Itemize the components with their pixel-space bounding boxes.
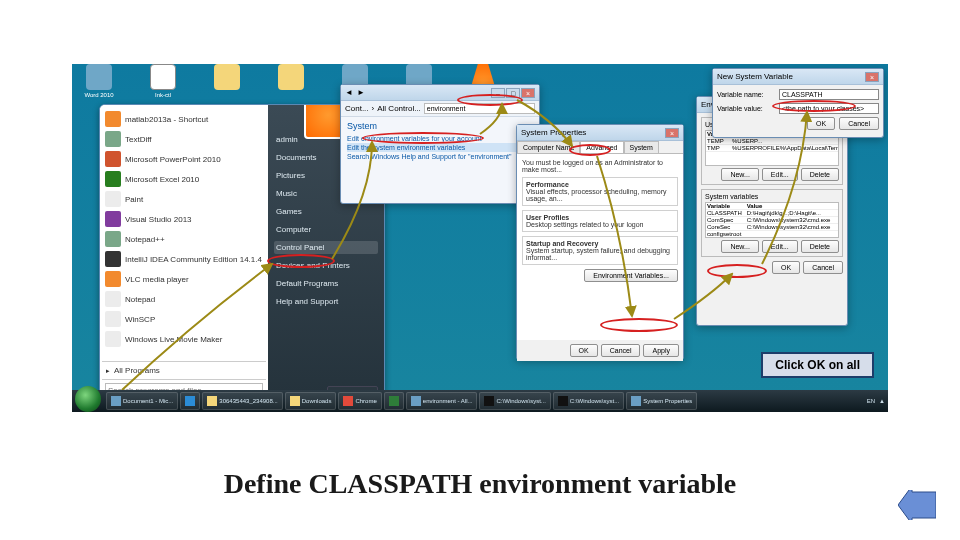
- task-label: System Properties: [643, 398, 692, 404]
- profiles-group: User Profiles Desktop settings related t…: [522, 210, 678, 232]
- start-item-label: Microsoft Excel 2010: [125, 175, 199, 184]
- new-button[interactable]: New...: [721, 168, 758, 181]
- task-button[interactable]: [180, 392, 200, 410]
- start-right-item[interactable]: Games: [274, 205, 378, 218]
- lang-indicator[interactable]: EN: [867, 398, 875, 404]
- task-label: environment - All...: [423, 398, 473, 404]
- start-item[interactable]: Microsoft PowerPoint 2010: [102, 149, 266, 169]
- desktop-icon[interactable]: Word 2010: [76, 64, 122, 98]
- close-icon[interactable]: ×: [865, 72, 879, 82]
- highlight-advanced-tab: [569, 144, 611, 156]
- task-button[interactable]: Downloads: [285, 392, 337, 410]
- ok-button[interactable]: OK: [807, 117, 835, 130]
- start-item[interactable]: WinSCP: [102, 309, 266, 329]
- svg-marker-0: [898, 490, 936, 520]
- system-tray[interactable]: EN▲: [867, 398, 885, 404]
- start-item-label: Microsoft PowerPoint 2010: [125, 155, 221, 164]
- table-row[interactable]: ComSpecC:\Windows\system32\cmd.exe: [706, 217, 838, 224]
- task-label: Document1 - Mic...: [123, 398, 173, 404]
- slide-caption: Define CLASSPATH environment variable: [0, 468, 960, 500]
- previous-slide-icon[interactable]: [898, 490, 936, 520]
- cancel-button[interactable]: Cancel: [803, 261, 843, 274]
- task-button[interactable]: Document1 - Mic...: [106, 392, 178, 410]
- close-icon[interactable]: ×: [521, 88, 535, 98]
- task-label: Downloads: [302, 398, 332, 404]
- task-button[interactable]: C:\Windows\syst...: [479, 392, 550, 410]
- desktop-screenshot: Word 2010 Ink-ctl Chrome recycler matlab…: [72, 64, 888, 412]
- highlight-env-link: [362, 132, 484, 144]
- task-button[interactable]: [384, 392, 404, 410]
- breadcrumb[interactable]: Cont...: [345, 104, 369, 113]
- start-item[interactable]: IntelliJ IDEA Community Edition 14.1.4: [102, 249, 266, 269]
- tab-system[interactable]: System: [624, 141, 659, 153]
- table-row[interactable]: configsetroot: [706, 231, 838, 238]
- start-item[interactable]: Paint: [102, 189, 266, 209]
- delete-button[interactable]: Delete: [801, 168, 839, 181]
- task-button[interactable]: environment - All...: [406, 392, 478, 410]
- group-heading: Performance: [526, 181, 569, 188]
- task-button[interactable]: C:\Windows\syst...: [553, 392, 624, 410]
- task-label: Chrome: [355, 398, 376, 404]
- control-panel-item[interactable]: Control Panel: [274, 241, 378, 254]
- start-button[interactable]: [75, 386, 101, 412]
- all-programs[interactable]: ▸All Programs: [102, 361, 266, 379]
- start-item[interactable]: Visual Studio 2013: [102, 209, 266, 229]
- highlight-variable-value: [772, 100, 856, 112]
- table-row[interactable]: TMP%USERPROFILE%\AppData\Local\Temp: [706, 145, 839, 152]
- table-row[interactable]: CLASSPATHD:\Hagit\jdk\g...;D:\Hagit\e...: [706, 210, 838, 217]
- start-item-label: VLC media player: [125, 275, 189, 284]
- task-label: C:\Windows\syst...: [570, 398, 619, 404]
- desktop-icon-label: Word 2010: [84, 92, 113, 98]
- task-button[interactable]: Chrome: [338, 392, 381, 410]
- start-right-item[interactable]: Computer: [274, 223, 378, 236]
- table-row[interactable]: CoreSecC:\Windows\system32\cmd.exe: [706, 224, 838, 231]
- help-link[interactable]: Search Windows Help and Support for "env…: [347, 152, 533, 161]
- start-right-item[interactable]: Default Programs: [274, 277, 378, 290]
- table-row[interactable]: TEMP%USERP...: [706, 138, 839, 145]
- edit-button[interactable]: Edit...: [762, 240, 798, 253]
- back-icon[interactable]: ◄: [345, 88, 353, 97]
- start-item[interactable]: TextDiff: [102, 129, 266, 149]
- start-item[interactable]: Windows Live Movie Maker: [102, 329, 266, 349]
- environment-variables-button[interactable]: Environment Variables...: [584, 269, 678, 282]
- start-item-label: Visual Studio 2013: [125, 215, 192, 224]
- cancel-button[interactable]: Cancel: [601, 344, 641, 357]
- desktop-icon[interactable]: Ink-ctl: [140, 64, 186, 98]
- group-text: System startup, system failure, and debu…: [526, 247, 670, 261]
- sys-vars-table[interactable]: VariableValue CLASSPATHD:\Hagit\jdk\g...…: [705, 202, 839, 238]
- highlight-env-search: [457, 94, 523, 106]
- start-item[interactable]: Notepad: [102, 289, 266, 309]
- start-item-label: IntelliJ IDEA Community Edition 14.1.4: [125, 255, 262, 264]
- ok-button[interactable]: OK: [570, 344, 598, 357]
- start-item-label: Notepad++: [125, 235, 165, 244]
- desktop-icon[interactable]: [204, 64, 250, 98]
- field-label: Variable value:: [717, 105, 775, 112]
- start-item[interactable]: Microsoft Excel 2010: [102, 169, 266, 189]
- highlight-control-panel: [267, 254, 335, 268]
- desktop-icon[interactable]: [268, 64, 314, 98]
- highlight-new-button: [707, 264, 767, 278]
- start-item[interactable]: Notepad++: [102, 229, 266, 249]
- ok-button[interactable]: OK: [772, 261, 800, 274]
- start-item[interactable]: VLC media player: [102, 269, 266, 289]
- variable-name-input[interactable]: [779, 89, 879, 100]
- forward-icon[interactable]: ►: [357, 88, 365, 97]
- apply-button[interactable]: Apply: [643, 344, 679, 357]
- all-programs-label: All Programs: [114, 366, 160, 375]
- startup-group: Startup and Recovery System startup, sys…: [522, 236, 678, 265]
- task-button[interactable]: System Properties: [626, 392, 697, 410]
- env-link-system[interactable]: Edit the system environment variables: [347, 143, 533, 152]
- cancel-button[interactable]: Cancel: [839, 117, 879, 130]
- breadcrumb[interactable]: All Control...: [377, 104, 421, 113]
- delete-button[interactable]: Delete: [801, 240, 839, 253]
- start-right-item[interactable]: Help and Support: [274, 295, 378, 308]
- desktop-icon-label: Ink-ctl: [155, 92, 171, 98]
- sysprops-body: You must be logged on as an Administrato…: [517, 154, 683, 340]
- edit-button[interactable]: Edit...: [762, 168, 798, 181]
- task-button[interactable]: 306435443_234908...: [202, 392, 282, 410]
- group-heading: Startup and Recovery: [526, 240, 598, 247]
- start-item-label: matlab2013a - Shortcut: [125, 115, 208, 124]
- new-button[interactable]: New...: [721, 240, 758, 253]
- start-item[interactable]: matlab2013a - Shortcut: [102, 109, 266, 129]
- close-icon[interactable]: ×: [665, 128, 679, 138]
